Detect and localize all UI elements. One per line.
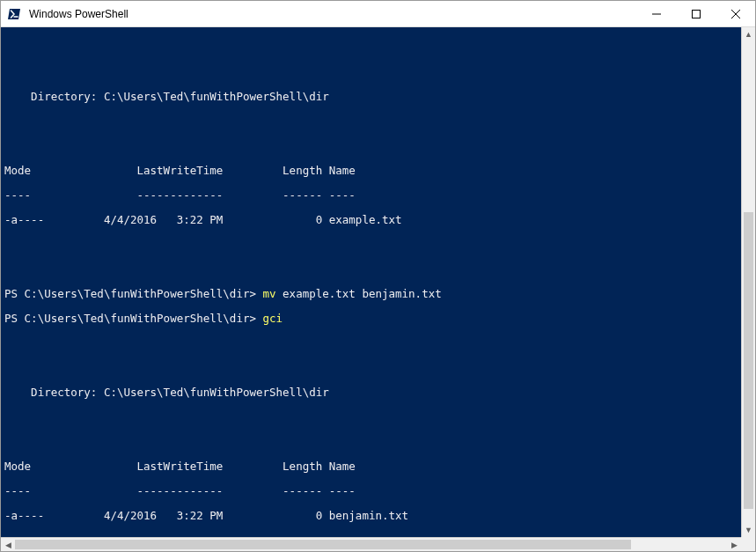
prompt: PS C:\Users\Ted\funWithPowerShell\dir> (4, 287, 263, 300)
directory-header: Directory: C:\Users\Ted\funWithPowerShel… (4, 386, 741, 399)
scroll-left-button[interactable]: ◀ (1, 538, 15, 551)
prompt-line: PS C:\Users\Ted\funWithPowerShell\dir> m… (4, 288, 741, 300)
titlebar[interactable]: Windows PowerShell (1, 1, 755, 27)
horizontal-scrollbar[interactable]: ◀ ▶ (1, 537, 741, 551)
window-title: Windows PowerShell (29, 8, 636, 20)
table-header: Mode LastWriteTime Length Name (4, 165, 741, 177)
terminal-content[interactable]: Directory: C:\Users\Ted\funWithPowerShel… (1, 27, 741, 537)
table-row: -a---- 4/4/2016 3:22 PM 0 benjamin.txt (4, 510, 741, 522)
blank-line (4, 115, 741, 128)
window-controls (636, 1, 755, 26)
blank-line (4, 362, 741, 374)
svg-rect-1 (692, 10, 700, 18)
blank-line (4, 411, 741, 423)
scroll-right-button[interactable]: ▶ (727, 538, 741, 551)
scroll-thumb-vertical[interactable] (744, 212, 753, 509)
command: mv (263, 287, 276, 300)
close-button[interactable] (716, 1, 755, 26)
scroll-thumb-horizontal[interactable] (15, 540, 631, 549)
blank-line (4, 337, 741, 350)
vertical-scrollbar[interactable]: ▲ ▼ (741, 27, 755, 537)
powershell-icon (8, 7, 22, 21)
command-args: example.txt benjamin.txt (276, 287, 442, 300)
command: gci (263, 312, 283, 325)
blank-line (4, 436, 741, 448)
directory-header: Directory: C:\Users\Ted\funWithPowerShel… (4, 91, 741, 103)
blank-line (4, 66, 741, 78)
minimize-button[interactable] (636, 1, 676, 26)
prompt: PS C:\Users\Ted\funWithPowerShell\dir> (4, 312, 263, 325)
scroll-up-button[interactable]: ▲ (742, 27, 755, 41)
blank-line (4, 140, 741, 152)
table-header-rule: ---- ------------- ------ ---- (4, 485, 741, 497)
blank-line (4, 239, 741, 251)
scrollbar-corner (741, 537, 755, 551)
blank-line (4, 263, 741, 276)
table-header-rule: ---- ------------- ------ ---- (4, 189, 741, 202)
blank-line (4, 41, 741, 54)
table-header: Mode LastWriteTime Length Name (4, 460, 741, 473)
maximize-button[interactable] (676, 1, 716, 26)
scroll-down-button[interactable]: ▼ (742, 523, 755, 537)
terminal-viewport: Directory: C:\Users\Ted\funWithPowerShel… (1, 27, 755, 551)
prompt-line: PS C:\Users\Ted\funWithPowerShell\dir> g… (4, 313, 741, 325)
table-row: -a---- 4/4/2016 3:22 PM 0 example.txt (4, 214, 741, 226)
